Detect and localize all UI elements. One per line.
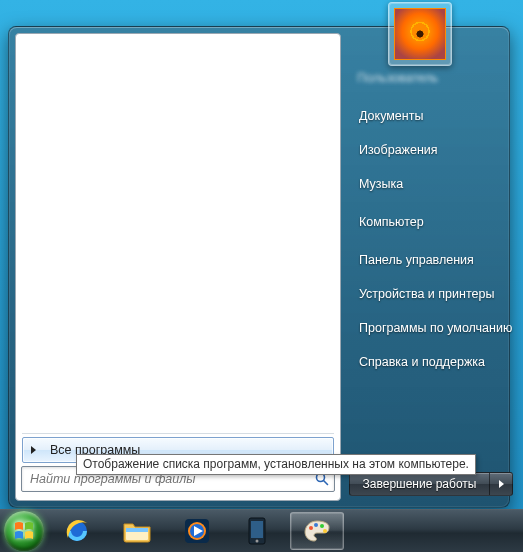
sidebar-item-label: Изображения (359, 143, 438, 157)
taskbar (0, 509, 523, 552)
sidebar-item-label: Компьютер (359, 215, 424, 229)
folder-icon (123, 517, 151, 545)
start-menu-left-pane: Все программы (15, 33, 341, 501)
sidebar-item-music[interactable]: Музыка (349, 167, 513, 201)
start-menu: Все программы Пользователь (8, 26, 510, 508)
shutdown-options-button[interactable] (489, 472, 513, 496)
svg-point-10 (256, 540, 259, 543)
shutdown-label: Завершение работы (363, 477, 477, 491)
svg-point-12 (314, 523, 318, 527)
sidebar-item-computer[interactable]: Компьютер (349, 205, 513, 239)
username-label: Пользователь (357, 71, 513, 85)
start-menu-right-pane: Пользователь Документы Изображения Музык… (349, 33, 513, 501)
taskbar-item-paint[interactable] (290, 512, 344, 550)
sidebar-item-devices-printers[interactable]: Устройства и принтеры (349, 277, 513, 311)
shutdown-button[interactable]: Завершение работы (349, 472, 489, 496)
taskbar-item-media-player[interactable] (170, 512, 224, 550)
sidebar-item-documents[interactable]: Документы (349, 99, 513, 133)
svg-point-14 (323, 529, 327, 533)
sidebar-item-label: Документы (359, 109, 423, 123)
sidebar-item-label: Справка и поддержка (359, 355, 485, 369)
media-player-icon (183, 517, 211, 545)
sidebar-item-default-programs[interactable]: Программы по умолчанию (349, 311, 513, 345)
separator (22, 433, 334, 434)
sidebar-item-label: Программы по умолчанию (359, 321, 512, 335)
user-picture-icon (394, 8, 446, 60)
svg-point-13 (320, 524, 324, 528)
sidebar-item-label: Устройства и принтеры (359, 287, 494, 301)
sidebar-item-label: Музыка (359, 177, 403, 191)
user-picture-frame[interactable] (388, 2, 452, 66)
svg-line-1 (324, 481, 328, 485)
triangle-right-icon (499, 480, 504, 488)
paint-icon (303, 517, 331, 545)
desktop: Все программы Пользователь (0, 0, 523, 552)
sidebar-item-label: Панель управления (359, 253, 474, 267)
svg-rect-9 (251, 521, 263, 538)
sidebar-item-pictures[interactable]: Изображения (349, 133, 513, 167)
pinned-programs-area (16, 34, 340, 433)
taskbar-item-phone[interactable] (230, 512, 284, 550)
taskbar-item-internet-explorer[interactable] (50, 512, 104, 550)
start-button[interactable] (4, 511, 44, 551)
taskbar-item-explorer[interactable] (110, 512, 164, 550)
svg-rect-4 (126, 528, 148, 532)
triangle-right-icon (31, 446, 36, 454)
shutdown-row: Завершение работы (349, 472, 513, 496)
internet-explorer-icon (63, 517, 91, 545)
windows-logo-icon (13, 520, 35, 542)
phone-icon (243, 517, 271, 545)
tooltip: Отображение списка программ, установленн… (76, 454, 476, 475)
tooltip-text: Отображение списка программ, установленн… (83, 457, 469, 471)
sidebar-item-control-panel[interactable]: Панель управления (349, 243, 513, 277)
sidebar-item-help-support[interactable]: Справка и поддержка (349, 345, 513, 379)
svg-point-11 (309, 526, 313, 530)
